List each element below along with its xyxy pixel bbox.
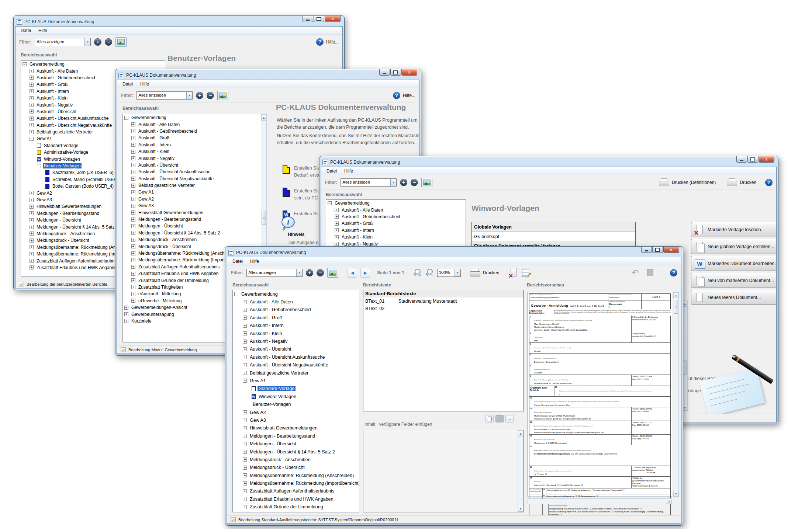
action-button[interactable]: Neues leeres Dokument...: [691, 290, 776, 305]
tree-expand-icon[interactable]: [30, 96, 34, 100]
tree-item-label[interactable]: Bode, Carsten (Bodo USER_4): [51, 184, 115, 189]
help-icon[interactable]: ?: [670, 269, 677, 276]
tree-item[interactable]: Auskunft - Gebührenbescheid: [123, 128, 267, 135]
titlebar[interactable]: PC-KLAUS Dokumentenverwaltung ×: [117, 71, 419, 80]
tree-expand-icon[interactable]: [335, 208, 339, 212]
tree-expand-icon[interactable]: [30, 76, 34, 80]
tree-item[interactable]: Auskunft - Groß: [123, 135, 267, 141]
tree-expand-icon[interactable]: [243, 450, 247, 454]
tree-expand-icon[interactable]: [30, 225, 34, 229]
tree-expand-icon[interactable]: [124, 306, 128, 310]
tree-expand-icon[interactable]: [124, 319, 128, 323]
tree-expand-icon[interactable]: [243, 497, 247, 501]
minimize-button[interactable]: [303, 16, 313, 22]
filter-combobox[interactable]: Alles anzeigen ▼: [137, 91, 193, 100]
tree-item-label[interactable]: Auskunft - Groß: [249, 315, 283, 320]
tree-item-label[interactable]: Zusatzblatt Erlaubnis und HWK Angaben: [35, 265, 118, 270]
tree-item[interactable]: Meldungsdruck - Übersicht: [233, 464, 359, 471]
tree-expand-icon[interactable]: [30, 109, 34, 114]
dropdown-icon[interactable]: ▼: [84, 38, 90, 46]
tree-item-label[interactable]: Auskunft - Gebührenbescheid: [137, 129, 198, 134]
tree-item-label[interactable]: Zusatzblatt Auflagen Aufenthaltserlaubni…: [249, 488, 335, 494]
tree-item-label[interactable]: Auskunft - Übersicht: [35, 109, 77, 114]
tree-expand-icon[interactable]: [243, 379, 247, 383]
tree-expand-icon[interactable]: [131, 170, 135, 174]
tree-item-label[interactable]: Meldungen - Bearbeitungsstand: [249, 434, 316, 439]
dropdown-icon[interactable]: ▼: [186, 92, 192, 99]
tree-item-label[interactable]: Meldungen - Übersicht: [35, 217, 82, 223]
tree-item-label[interactable]: Auskunft - Negativ: [249, 339, 288, 344]
tree-expand-icon[interactable]: [243, 316, 247, 320]
tree-item-label[interactable]: Auskunft - Gebührenbescheid: [35, 75, 96, 80]
tree-expand-icon[interactable]: [131, 184, 135, 188]
tree-expand-icon[interactable]: [30, 69, 34, 73]
tree-item[interactable]: Auskunft - Übersicht Auskunftssuche: [233, 353, 359, 361]
tree-item[interactable]: Gewerbemeldung: [233, 290, 359, 298]
tree-item-label[interactable]: Meldungsübernahme: Rückmeldung (Importüb…: [249, 481, 359, 486]
tree-expand-icon[interactable]: [131, 231, 135, 235]
dropdown-icon[interactable]: ▼: [455, 269, 460, 276]
tree-item-label[interactable]: Benutzer-Vorlagen: [43, 163, 82, 168]
minimize-button[interactable]: [379, 69, 390, 76]
tree-expand-icon[interactable]: [124, 116, 128, 120]
menu-item-datei[interactable]: Datei: [229, 258, 246, 265]
tree-item-label[interactable]: Gewerbemeldung: [28, 62, 66, 67]
tree-expand-icon[interactable]: [131, 163, 135, 167]
action-button[interactable]: Neue globale Vorlage erstellen...: [691, 239, 776, 254]
tree-item-label[interactable]: Zusatzblatt Erlaubnis und HWK Angaben: [249, 497, 335, 502]
tree-expand-icon[interactable]: [30, 265, 34, 269]
tree-expand-icon[interactable]: [335, 215, 339, 219]
tree-item[interactable]: Standard-Vorlage: [233, 385, 359, 393]
help-icon[interactable]: ?: [765, 179, 773, 186]
titlebar[interactable]: PC-KLAUS Dokumentenverwaltung ×: [321, 158, 777, 167]
scroll-right-icon[interactable]: >: [666, 499, 672, 504]
tree-expand-icon[interactable]: [23, 62, 27, 66]
help-label[interactable]: Hilfe...: [326, 39, 339, 45]
tree-item[interactable]: Gewerbemeldung: [123, 114, 267, 121]
tree-expand-icon[interactable]: [243, 324, 247, 328]
tree-item-label[interactable]: Beiblatt gesetzliche Vertreter: [249, 370, 310, 376]
print-button[interactable]: Drucken: [727, 178, 756, 186]
tree-item[interactable]: Gew A3: [233, 416, 359, 424]
tree-expand-icon[interactable]: [243, 473, 247, 477]
tree-expand-icon[interactable]: [335, 235, 339, 239]
maximize-button[interactable]: [652, 247, 663, 253]
add-button[interactable]: +: [94, 38, 101, 46]
tree-item[interactable]: Auskunft - Groß: [233, 314, 359, 321]
tree-item-label[interactable]: Auskunft - Übersicht Negativauskünfte: [35, 123, 113, 128]
tree-expand-icon[interactable]: [243, 505, 247, 509]
tree-item-label[interactable]: Winword-Vorlagen: [43, 157, 81, 162]
preview-horizontal-scrollbar[interactable]: >: [528, 498, 672, 504]
tree-expand-icon[interactable]: [243, 347, 247, 351]
tree-expand-icon[interactable]: [30, 191, 34, 195]
scroll-up-icon[interactable]: ▲: [261, 115, 266, 121]
tree-expand-icon[interactable]: [30, 103, 34, 107]
tree-expand-icon[interactable]: [131, 190, 135, 194]
menu-item-hilfe[interactable]: Hilfe: [35, 27, 51, 34]
tree-expand-icon[interactable]: [328, 201, 332, 205]
tree-item-label[interactable]: Hinweisblatt Gewerbemeldungen: [35, 204, 103, 209]
tree-expand-icon[interactable]: [131, 244, 135, 248]
tree-expand-icon[interactable]: [131, 292, 135, 296]
tree-item[interactable]: Meldungen - Übersicht: [233, 440, 359, 448]
tree-expand-icon[interactable]: [131, 150, 135, 154]
tree-item-label[interactable]: Meldungen - Übersicht § 14 Abs. 5 Satz 2: [35, 225, 119, 230]
tree-expand-icon[interactable]: [30, 205, 34, 209]
tree-item-label[interactable]: Meldungen - Übersicht: [137, 223, 184, 229]
help-icon[interactable]: ?: [393, 92, 400, 99]
undo-button[interactable]: ↶: [632, 269, 639, 277]
tree-expand-icon[interactable]: [243, 481, 247, 486]
list-item[interactable]: Globale Vorlagen: [472, 222, 635, 232]
tree-item[interactable]: Auskunft - Negativ: [123, 155, 267, 161]
tree-item-label[interactable]: Auskunft - Alle Daten: [341, 208, 384, 213]
tree-item[interactable]: Auskunft - Übersicht: [123, 162, 267, 168]
close-button[interactable]: ×: [401, 69, 417, 76]
tree-item-label[interactable]: Auskunft - Gebührenbescheid: [341, 214, 401, 219]
tree-item[interactable]: Meldungsdruck - Anschreiben: [123, 236, 267, 243]
tree-item-label[interactable]: eAuskunft - Mitteilung: [137, 291, 182, 296]
preview-vertical-scrollbar[interactable]: ▲ ▼: [673, 292, 679, 497]
tree-expand-icon[interactable]: [131, 197, 135, 201]
tree-item[interactable]: Auskunft - Alle Daten: [233, 298, 359, 306]
tree-item[interactable]: Meldungen - Bearbeitungsstand: [123, 216, 267, 223]
tree-item-label[interactable]: Schreiber, Mario (Schreibi USER_5): [51, 177, 124, 182]
